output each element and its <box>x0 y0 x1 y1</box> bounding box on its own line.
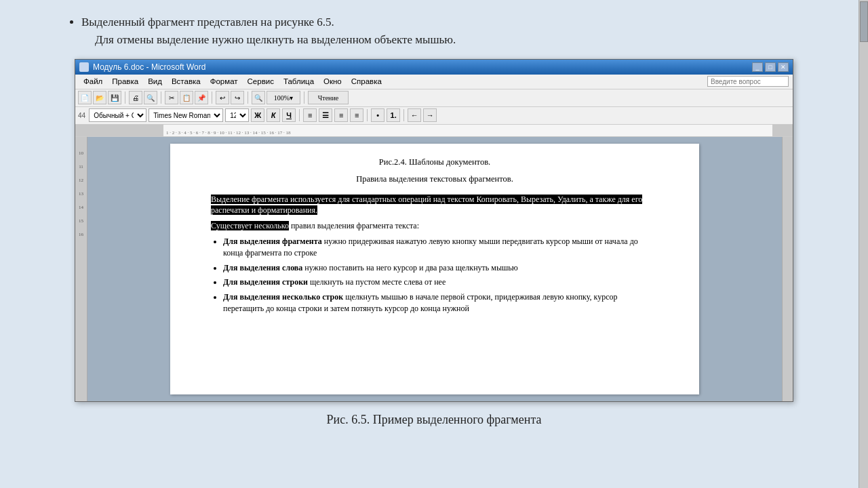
sep5 <box>304 92 304 104</box>
word-icon <box>79 62 89 72</box>
second-highlighted-text: Существует несколько <box>211 221 289 230</box>
bullet4-bold: Для выделения несколько строк <box>223 292 343 302</box>
justify-button[interactable]: ≡ <box>350 108 363 122</box>
doc-title: Рис.2.4. Шаблоны документов. <box>211 157 658 167</box>
second-para-rest: правил выделения фрагмента текста: <box>289 221 419 230</box>
save-button[interactable]: 💾 <box>108 91 121 104</box>
zoom-in-button[interactable]: 🔍 <box>252 91 265 104</box>
standard-toolbar: 📄 📂 💾 🖨 🔍 ✂ 📋 📌 ↩ ↪ 🔍 <box>75 89 793 107</box>
second-highlight-para: Существует несколько правил выделения фр… <box>211 220 658 232</box>
sep1 <box>125 92 125 104</box>
bold-button[interactable]: Ж <box>251 108 264 122</box>
highlighted-text: Выделение фрагмента используется для ста… <box>211 195 642 216</box>
bullet3-text: щелкнуть на пустом месте слева от нее <box>310 277 446 287</box>
align-center-button[interactable]: ☰ <box>319 108 332 122</box>
minimize-button[interactable]: _ <box>752 62 763 72</box>
bullet-item-1: Выделенный фрагмент представлен на рисун… <box>81 14 807 49</box>
document-area: 10 11 12 13 14 15 16 Рис.2.4. Шаблоны до… <box>75 137 793 401</box>
font-select[interactable]: Times New Roman <box>149 108 223 122</box>
align-left-button[interactable]: ≡ <box>303 108 317 122</box>
undo-button[interactable]: ↩ <box>216 91 229 104</box>
close-button[interactable]: ✕ <box>778 62 789 72</box>
ruler-body: 1 · 2 · 3 · 4 · 5 · 6 · 7 · 8 · 9 · 10 ·… <box>163 125 772 137</box>
bullet-text-line1: Выделенный фрагмент представлен на рисун… <box>81 16 334 28</box>
menu-help[interactable]: Справка <box>347 76 386 87</box>
maximize-button[interactable]: □ <box>765 62 776 72</box>
file-tools: 📄 📂 💾 <box>78 91 121 104</box>
bullet-text-line2: Для отмены выделение нужно щелкнуть на в… <box>81 31 807 49</box>
highlighted-para: Выделение фрагмента используется для ста… <box>211 194 658 217</box>
underline-button[interactable]: Ч <box>282 108 296 122</box>
align-right-button[interactable]: ≡ <box>334 108 348 122</box>
window-controls[interactable]: _ □ ✕ <box>752 62 789 72</box>
title-bar-left: Модуль 6.doc - Microsoft Word <box>79 62 205 72</box>
sep4 <box>248 92 248 104</box>
menu-edit[interactable]: Правка <box>108 76 142 87</box>
doc-subtitle: Правила выделения текстовых фрагментов. <box>211 174 658 184</box>
ruler-left-margin <box>75 125 163 137</box>
cut-button[interactable]: ✂ <box>165 91 178 104</box>
indent-inc-button[interactable]: → <box>423 108 437 122</box>
open-button[interactable]: 📂 <box>93 91 106 104</box>
style-select[interactable]: Обычный + Сле <box>89 108 146 122</box>
bullet3-bold: Для выделения строки <box>223 277 308 287</box>
fmt-sep1 <box>299 109 300 121</box>
doc-bullet-list: Для выделения фрагмента нужно придержива… <box>211 236 658 314</box>
title-bar: Модуль 6.doc - Microsoft Word _ □ ✕ <box>75 60 793 75</box>
edit-tools: ✂ 📋 📌 <box>165 91 208 104</box>
help-search-input[interactable] <box>707 76 789 87</box>
bullet1-bold: Для выделения фрагмента <box>223 237 322 246</box>
menu-insert[interactable]: Вставка <box>167 76 205 87</box>
size-select[interactable]: 12 <box>225 108 249 122</box>
doc-bullet-3: Для выделения строки щелкнуть на пустом … <box>223 277 658 288</box>
doc-bullet-2: Для выделения слова нужно поставить на н… <box>223 262 658 274</box>
menu-tools[interactable]: Сервис <box>243 76 278 87</box>
indent-dec-button[interactable]: ← <box>408 108 421 122</box>
menu-view[interactable]: Вид <box>144 76 166 87</box>
menu-bar-right <box>707 76 789 87</box>
doc-content: Рис.2.4. Шаблоны документов. Правила выд… <box>87 137 782 401</box>
format-number: 44 <box>78 112 85 119</box>
preview-button[interactable]: 🔍 <box>144 91 157 104</box>
copy-button[interactable]: 📋 <box>180 91 193 104</box>
ruler: 1 · 2 · 3 · 4 · 5 · 6 · 7 · 8 · 9 · 10 ·… <box>75 125 793 137</box>
window-title: Модуль 6.doc - Microsoft Word <box>93 62 205 72</box>
menu-window[interactable]: Окно <box>319 76 346 87</box>
undo-tools: ↩ ↪ <box>216 91 244 104</box>
bullet2-text: нужно поставить на него курсор и два раз… <box>304 263 517 272</box>
paste-button[interactable]: 📌 <box>195 91 208 104</box>
sep2 <box>161 92 161 104</box>
ruler-right-margin <box>772 125 793 137</box>
document-page: Рис.2.4. Шаблоны документов. Правила выд… <box>170 144 699 394</box>
menu-table[interactable]: Таблица <box>279 76 318 87</box>
redo-button[interactable]: ↪ <box>231 91 244 104</box>
scrollbar-thumb[interactable] <box>860 1 868 42</box>
bullets-button[interactable]: • <box>371 108 384 122</box>
fmt-sep2 <box>367 109 368 121</box>
vertical-ruler: 10 11 12 13 14 15 16 <box>75 137 87 401</box>
italic-button[interactable]: К <box>267 108 280 122</box>
word-window: Модуль 6.doc - Microsoft Word _ □ ✕ Файл… <box>75 59 793 402</box>
bullet2-bold: Для выделения слова <box>223 263 302 272</box>
numbering-button[interactable]: 1. <box>387 108 400 122</box>
figure-caption: Рис. 6.5. Пример выделенного фрагмента <box>327 413 542 427</box>
fmt-sep3 <box>403 109 404 121</box>
reading-button[interactable]: Чтение <box>308 91 349 104</box>
format-toolbar: 44 Обычный + Сле Times New Roman 12 Ж К … <box>75 107 793 125</box>
page-scrollbar[interactable] <box>859 0 868 488</box>
menu-format[interactable]: Формат <box>206 76 242 87</box>
print-button[interactable]: 🖨 <box>129 91 142 104</box>
bullet-section: Выделенный фрагмент представлен на рисун… <box>61 14 807 49</box>
doc-bullet-4: Для выделения несколько строк щелкнуть м… <box>223 291 658 315</box>
new-button[interactable]: 📄 <box>78 91 92 104</box>
view-tools: 🔍 100%▾ <box>252 91 300 104</box>
print-tools: 🖨 🔍 <box>129 91 157 104</box>
vertical-scrollbar[interactable] <box>782 137 793 401</box>
zoom-select[interactable]: 100%▾ <box>267 91 300 104</box>
menu-bar: Файл Правка Вид Вставка Формат Сервис Та… <box>75 75 793 89</box>
sep3 <box>212 92 212 104</box>
menu-file[interactable]: Файл <box>79 76 106 87</box>
doc-bullet-1: Для выделения фрагмента нужно придержива… <box>223 236 658 260</box>
main-page: Выделенный фрагмент представлен на рисун… <box>0 0 868 488</box>
ruler-marks: 1 · 2 · 3 · 4 · 5 · 6 · 7 · 8 · 9 · 10 ·… <box>163 130 291 136</box>
